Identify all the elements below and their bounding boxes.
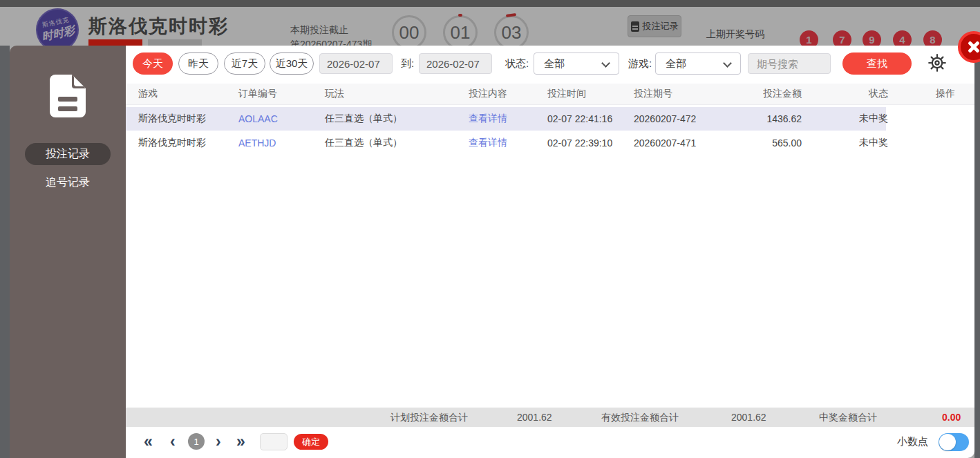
- range-7days-button[interactable]: 近7天: [224, 53, 265, 75]
- range-30days-button[interactable]: 近30天: [270, 53, 314, 75]
- col-header-order-no: 订单编号: [238, 88, 325, 100]
- prev-page-button[interactable]: ‹: [170, 432, 176, 451]
- last-page-button[interactable]: »: [236, 432, 245, 451]
- cell-status: 未中奖: [802, 137, 888, 149]
- settings-gear-icon[interactable]: [927, 53, 947, 73]
- table-header-row: 游戏 订单编号 玩法 投注内容 投注时间 投注期号 投注金额 状态 操作: [126, 84, 974, 105]
- table-row: 斯洛伐克时时彩 AETHJD 任三直选（单式） 查看详情 02-07 22:39…: [126, 131, 974, 155]
- win-total-label: 中奖金额合计: [819, 412, 877, 424]
- decimal-toggle[interactable]: [939, 433, 969, 451]
- status-filter-label: 状态:: [505, 57, 529, 70]
- view-details-link[interactable]: 查看详情: [469, 137, 547, 149]
- col-header-amount: 投注金额: [741, 88, 802, 100]
- range-7days-label: 近7天: [232, 57, 258, 70]
- range-30days-label: 近30天: [276, 57, 308, 70]
- range-yesterday-label: 昨天: [188, 57, 209, 70]
- sidebar-item-bet-records[interactable]: 投注记录: [25, 143, 111, 165]
- current-page-button[interactable]: 1: [188, 433, 205, 450]
- sidebar-item-chase-records[interactable]: 追号记录: [25, 171, 111, 193]
- view-details-link[interactable]: 查看详情: [469, 113, 547, 125]
- cell-amount: 1436.62: [741, 113, 802, 124]
- game-filter-label: 游戏:: [628, 57, 652, 70]
- win-total-value: 0.00: [942, 412, 961, 423]
- date-to-label: 到:: [401, 57, 414, 70]
- planned-total-value: 2001.62: [517, 412, 552, 423]
- pagination-bar: « ‹ 1 › » 确定 小数点: [126, 427, 974, 458]
- cell-period: 20260207-471: [634, 137, 741, 149]
- filter-bar: 今天 昨天 近7天 近30天 到: 状态: 全部 游戏: 全部 查找: [126, 52, 974, 75]
- next-page-button[interactable]: ›: [216, 432, 221, 451]
- close-icon: [967, 40, 980, 54]
- cell-game: 斯洛伐克时时彩: [138, 113, 238, 125]
- cell-order-no-link[interactable]: AOLAAC: [238, 113, 325, 124]
- chevron-down-icon: [723, 59, 732, 68]
- decimal-toggle-label: 小数点: [897, 435, 928, 448]
- col-header-game: 游戏: [138, 88, 238, 100]
- cell-status: 未中奖: [802, 113, 888, 125]
- valid-total-value: 2001.62: [731, 412, 766, 423]
- search-button[interactable]: 查找: [842, 53, 912, 75]
- planned-total-label: 计划投注金额合计: [390, 412, 468, 424]
- col-header-status: 状态: [802, 88, 888, 100]
- document-icon: [50, 75, 86, 117]
- game-select[interactable]: 全部: [655, 53, 741, 75]
- cell-time: 02-07 22:39:10: [547, 137, 634, 149]
- cell-play: 任三直选（单式）: [325, 137, 469, 149]
- records-sidebar: 投注记录 追号记录: [10, 46, 126, 458]
- chevron-down-icon: [601, 59, 610, 68]
- cell-amount: 565.00: [741, 137, 802, 149]
- cell-time: 02-07 22:41:16: [547, 113, 634, 124]
- status-select-value: 全部: [544, 57, 565, 70]
- valid-total-label: 有效投注金额合计: [601, 412, 679, 424]
- range-today-label: 今天: [142, 57, 163, 70]
- status-select[interactable]: 全部: [534, 53, 619, 75]
- sidebar-item-label: 追号记录: [46, 175, 90, 190]
- sidebar-item-label: 投注记录: [46, 147, 90, 162]
- range-yesterday-button[interactable]: 昨天: [178, 53, 218, 75]
- first-page-button[interactable]: «: [144, 432, 153, 451]
- range-today-button[interactable]: 今天: [133, 53, 173, 75]
- col-header-time: 投注时间: [547, 88, 634, 100]
- col-header-content: 投注内容: [469, 88, 547, 100]
- table-row: 斯洛伐克时时彩 AOLAAC 任三直选（单式） 查看详情 02-07 22:41…: [126, 107, 974, 131]
- cell-order-no-link[interactable]: AETHJD: [238, 137, 325, 149]
- period-search-input[interactable]: [748, 53, 831, 74]
- cell-play: 任三直选（单式）: [325, 113, 469, 125]
- col-header-period: 投注期号: [634, 88, 741, 100]
- date-from-input[interactable]: [319, 53, 393, 74]
- bet-records-panel: 今天 昨天 近7天 近30天 到: 状态: 全部 游戏: 全部 查找: [126, 46, 974, 458]
- page-jump-confirm-button[interactable]: 确定: [294, 434, 328, 450]
- search-button-label: 查找: [867, 57, 887, 70]
- toggle-knob: [939, 434, 956, 450]
- game-select-value: 全部: [666, 57, 686, 70]
- cell-period: 20260207-472: [634, 113, 741, 124]
- date-to-input[interactable]: [419, 53, 492, 74]
- col-header-actions: 操作: [888, 88, 974, 100]
- summary-bar: 计划投注金额合计 2001.62 有效投注金额合计 2001.62 中奖金额合计…: [126, 408, 974, 427]
- page-jump-input[interactable]: [260, 433, 288, 450]
- col-header-play: 玩法: [325, 88, 469, 100]
- cell-game: 斯洛伐克时时彩: [138, 137, 238, 149]
